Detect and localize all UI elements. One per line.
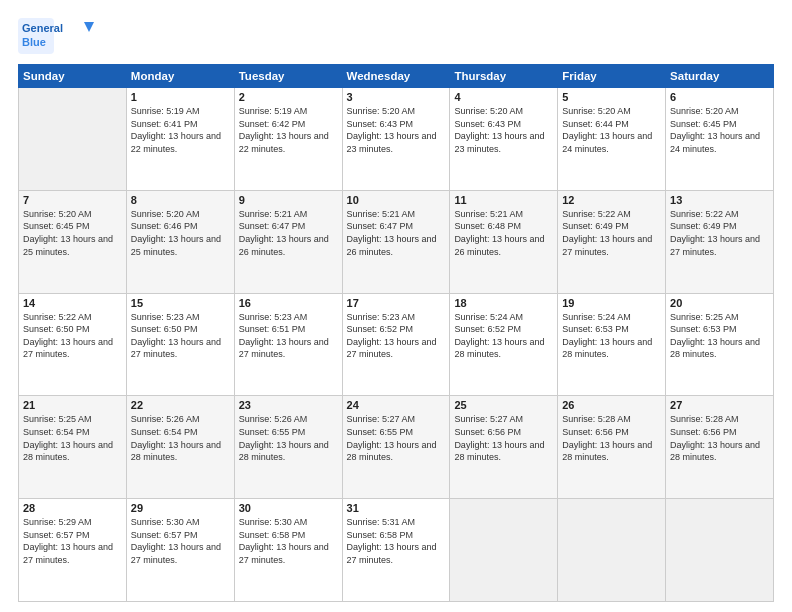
calendar-cell: 5 Sunrise: 5:20 AM Sunset: 6:44 PM Dayli… [558, 88, 666, 191]
day-info: Sunrise: 5:31 AM Sunset: 6:58 PM Dayligh… [347, 516, 446, 566]
day-info: Sunrise: 5:25 AM Sunset: 6:53 PM Dayligh… [670, 311, 769, 361]
sunrise-label: Sunrise: 5:28 AM [562, 414, 631, 424]
day-info: Sunrise: 5:25 AM Sunset: 6:54 PM Dayligh… [23, 413, 122, 463]
calendar-cell [19, 88, 127, 191]
sunrise-label: Sunrise: 5:20 AM [131, 209, 200, 219]
day-header-thursday: Thursday [450, 65, 558, 88]
daylight-label: Daylight: 13 hours and 28 minutes. [670, 440, 760, 463]
daylight-label: Daylight: 13 hours and 27 minutes. [670, 234, 760, 257]
day-info: Sunrise: 5:23 AM Sunset: 6:50 PM Dayligh… [131, 311, 230, 361]
calendar-cell: 12 Sunrise: 5:22 AM Sunset: 6:49 PM Dayl… [558, 190, 666, 293]
day-info: Sunrise: 5:29 AM Sunset: 6:57 PM Dayligh… [23, 516, 122, 566]
sunset-label: Sunset: 6:47 PM [347, 221, 414, 231]
logo: General Blue [18, 18, 98, 54]
daylight-label: Daylight: 13 hours and 25 minutes. [23, 234, 113, 257]
daylight-label: Daylight: 13 hours and 27 minutes. [239, 337, 329, 360]
sunset-label: Sunset: 6:42 PM [239, 119, 306, 129]
sunset-label: Sunset: 6:47 PM [239, 221, 306, 231]
daylight-label: Daylight: 13 hours and 23 minutes. [347, 131, 437, 154]
sunrise-label: Sunrise: 5:20 AM [454, 106, 523, 116]
day-info: Sunrise: 5:22 AM Sunset: 6:50 PM Dayligh… [23, 311, 122, 361]
svg-marker-3 [84, 22, 94, 32]
daylight-label: Daylight: 13 hours and 27 minutes. [23, 542, 113, 565]
sunset-label: Sunset: 6:53 PM [562, 324, 629, 334]
daylight-label: Daylight: 13 hours and 23 minutes. [454, 131, 544, 154]
week-row-5: 28 Sunrise: 5:29 AM Sunset: 6:57 PM Dayl… [19, 499, 774, 602]
day-info: Sunrise: 5:20 AM Sunset: 6:43 PM Dayligh… [454, 105, 553, 155]
calendar-cell: 29 Sunrise: 5:30 AM Sunset: 6:57 PM Dayl… [126, 499, 234, 602]
svg-text:General: General [22, 22, 63, 34]
day-number: 30 [239, 502, 338, 514]
sunrise-label: Sunrise: 5:19 AM [239, 106, 308, 116]
day-number: 18 [454, 297, 553, 309]
sunrise-label: Sunrise: 5:23 AM [347, 312, 416, 322]
daylight-label: Daylight: 13 hours and 28 minutes. [562, 440, 652, 463]
day-number: 8 [131, 194, 230, 206]
sunrise-label: Sunrise: 5:25 AM [23, 414, 92, 424]
calendar-cell: 30 Sunrise: 5:30 AM Sunset: 6:58 PM Dayl… [234, 499, 342, 602]
calendar-cell: 17 Sunrise: 5:23 AM Sunset: 6:52 PM Dayl… [342, 293, 450, 396]
calendar-cell: 11 Sunrise: 5:21 AM Sunset: 6:48 PM Dayl… [450, 190, 558, 293]
daylight-label: Daylight: 13 hours and 28 minutes. [347, 440, 437, 463]
svg-text:Blue: Blue [22, 36, 46, 48]
sunset-label: Sunset: 6:49 PM [670, 221, 737, 231]
sunrise-label: Sunrise: 5:22 AM [23, 312, 92, 322]
day-number: 21 [23, 399, 122, 411]
day-number: 23 [239, 399, 338, 411]
calendar-cell: 28 Sunrise: 5:29 AM Sunset: 6:57 PM Dayl… [19, 499, 127, 602]
sunset-label: Sunset: 6:56 PM [670, 427, 737, 437]
sunset-label: Sunset: 6:50 PM [23, 324, 90, 334]
daylight-label: Daylight: 13 hours and 28 minutes. [23, 440, 113, 463]
day-info: Sunrise: 5:28 AM Sunset: 6:56 PM Dayligh… [670, 413, 769, 463]
logo-svg: General Blue [18, 18, 98, 54]
day-info: Sunrise: 5:19 AM Sunset: 6:41 PM Dayligh… [131, 105, 230, 155]
day-info: Sunrise: 5:20 AM Sunset: 6:45 PM Dayligh… [23, 208, 122, 258]
day-info: Sunrise: 5:19 AM Sunset: 6:42 PM Dayligh… [239, 105, 338, 155]
calendar-cell: 8 Sunrise: 5:20 AM Sunset: 6:46 PM Dayli… [126, 190, 234, 293]
sunset-label: Sunset: 6:50 PM [131, 324, 198, 334]
calendar-cell: 27 Sunrise: 5:28 AM Sunset: 6:56 PM Dayl… [666, 396, 774, 499]
sunset-label: Sunset: 6:45 PM [670, 119, 737, 129]
calendar-cell: 9 Sunrise: 5:21 AM Sunset: 6:47 PM Dayli… [234, 190, 342, 293]
sunset-label: Sunset: 6:52 PM [454, 324, 521, 334]
sunset-label: Sunset: 6:45 PM [23, 221, 90, 231]
sunrise-label: Sunrise: 5:22 AM [562, 209, 631, 219]
day-header-wednesday: Wednesday [342, 65, 450, 88]
day-number: 1 [131, 91, 230, 103]
daylight-label: Daylight: 13 hours and 22 minutes. [131, 131, 221, 154]
day-info: Sunrise: 5:20 AM Sunset: 6:45 PM Dayligh… [670, 105, 769, 155]
calendar-cell: 24 Sunrise: 5:27 AM Sunset: 6:55 PM Dayl… [342, 396, 450, 499]
day-number: 2 [239, 91, 338, 103]
calendar-header-row: SundayMondayTuesdayWednesdayThursdayFrid… [19, 65, 774, 88]
day-header-saturday: Saturday [666, 65, 774, 88]
sunrise-label: Sunrise: 5:23 AM [131, 312, 200, 322]
daylight-label: Daylight: 13 hours and 26 minutes. [239, 234, 329, 257]
sunrise-label: Sunrise: 5:30 AM [239, 517, 308, 527]
day-number: 12 [562, 194, 661, 206]
day-number: 9 [239, 194, 338, 206]
sunset-label: Sunset: 6:52 PM [347, 324, 414, 334]
day-number: 15 [131, 297, 230, 309]
daylight-label: Daylight: 13 hours and 27 minutes. [239, 542, 329, 565]
day-number: 6 [670, 91, 769, 103]
sunset-label: Sunset: 6:43 PM [454, 119, 521, 129]
week-row-4: 21 Sunrise: 5:25 AM Sunset: 6:54 PM Dayl… [19, 396, 774, 499]
calendar-table: SundayMondayTuesdayWednesdayThursdayFrid… [18, 64, 774, 602]
day-number: 4 [454, 91, 553, 103]
day-info: Sunrise: 5:27 AM Sunset: 6:55 PM Dayligh… [347, 413, 446, 463]
sunrise-label: Sunrise: 5:20 AM [347, 106, 416, 116]
sunset-label: Sunset: 6:54 PM [131, 427, 198, 437]
sunrise-label: Sunrise: 5:21 AM [347, 209, 416, 219]
day-number: 17 [347, 297, 446, 309]
header: General Blue [18, 18, 774, 54]
day-number: 7 [23, 194, 122, 206]
daylight-label: Daylight: 13 hours and 27 minutes. [347, 542, 437, 565]
calendar-cell: 18 Sunrise: 5:24 AM Sunset: 6:52 PM Dayl… [450, 293, 558, 396]
calendar-cell: 22 Sunrise: 5:26 AM Sunset: 6:54 PM Dayl… [126, 396, 234, 499]
day-info: Sunrise: 5:28 AM Sunset: 6:56 PM Dayligh… [562, 413, 661, 463]
day-info: Sunrise: 5:20 AM Sunset: 6:43 PM Dayligh… [347, 105, 446, 155]
day-header-friday: Friday [558, 65, 666, 88]
calendar-body: 1 Sunrise: 5:19 AM Sunset: 6:41 PM Dayli… [19, 88, 774, 602]
sunset-label: Sunset: 6:57 PM [131, 530, 198, 540]
day-info: Sunrise: 5:26 AM Sunset: 6:54 PM Dayligh… [131, 413, 230, 463]
